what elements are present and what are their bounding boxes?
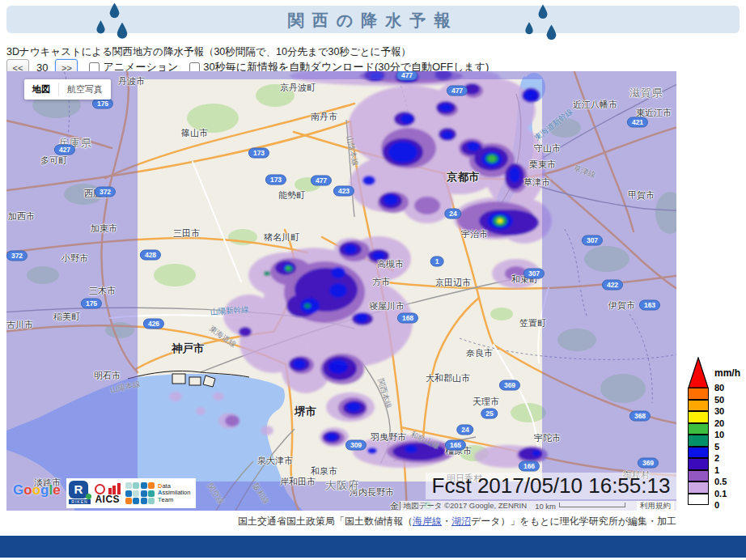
route-number: 369 [642, 459, 654, 467]
legend-tick: 5 [714, 442, 719, 454]
route-number: 163 [644, 301, 655, 309]
legend-swatch [688, 400, 709, 412]
route-number: 428 [145, 251, 156, 259]
map-label: 近江八幡市 [573, 99, 617, 111]
map-type-map-button[interactable]: 地図 [24, 83, 58, 95]
route-shield: 421 [627, 117, 648, 128]
legend-tick: 50 [714, 395, 724, 407]
terms-link[interactable]: 利用規約 [637, 501, 674, 511]
route-shield: 477 [396, 71, 418, 81]
map-label: 羽曳野市 [371, 431, 406, 443]
legend-swatch [688, 482, 709, 494]
map-label: 高槻市 [377, 258, 404, 270]
raindrops-icon-right [524, 3, 565, 45]
map-type-control: 地図 航空写真 [24, 79, 111, 100]
route-shield: 163 [639, 300, 660, 311]
legend-tick: 10 [714, 430, 724, 442]
legend-swatch [688, 411, 709, 423]
google-logo-letter: e [53, 482, 60, 498]
map-label: 京田辺市 [435, 277, 471, 289]
source-note: 国土交通省国土政策局「国土数値情報（海岸線・湖沼データ）」をもとに理化学研究所が… [238, 515, 676, 528]
map-label: 明石市 [94, 370, 121, 382]
dat-grid-cell [148, 490, 155, 497]
legend-swatch [688, 447, 709, 459]
legend-swatch [688, 494, 709, 506]
dat-grid-cell [141, 482, 147, 489]
legend-rows: 80 50 30 20 10 5 2 [688, 388, 746, 506]
legend-tick: 30 [714, 406, 724, 418]
legend-swatch [688, 435, 709, 447]
legend-tick: 20 [714, 418, 724, 431]
route-number: 368 [634, 412, 646, 420]
route-number: 309 [350, 441, 362, 449]
source-note-text: 国土交通省国土政策局「国土数値情報（ [238, 515, 413, 527]
route-number: 175 [97, 100, 108, 108]
riken-logo: R RIKEN [69, 481, 91, 506]
aics-marks [95, 483, 121, 494]
legend-tick: 80 [714, 383, 724, 395]
map-label: 方市 [372, 276, 390, 288]
coastline-link[interactable]: 海岸線 [413, 515, 442, 527]
page: 関西の降水予報 3Dナウキャストによる関西地方の降水予報（30秒間隔で、10分先… [0, 0, 746, 560]
scale-bar [559, 503, 625, 507]
route-shield: 307 [523, 269, 545, 279]
dat-grid-cell [133, 498, 139, 504]
route-number: 423 [338, 187, 350, 195]
map-label: 篠山市 [181, 127, 208, 139]
route-number: 173 [253, 149, 265, 157]
riken-dot [86, 494, 91, 499]
route-shield: 173 [248, 148, 269, 159]
route-number: 427 [59, 146, 70, 154]
dat-grid-cell [133, 490, 139, 497]
aics-label: AICS [95, 494, 121, 504]
map-label: 京丹波町 [280, 82, 316, 94]
route-shield: 368 [629, 411, 651, 422]
route-number: 426 [148, 320, 159, 328]
route-number: 307 [528, 269, 540, 278]
legend-swatch [688, 470, 709, 482]
route-number: 477 [451, 87, 463, 95]
route-shield: 24 [456, 425, 473, 435]
route-shield: 369 [638, 458, 659, 469]
route-shield: 307 [582, 235, 603, 246]
route-number: 173 [270, 176, 282, 184]
dat-grid-cell [125, 490, 132, 497]
route-shield: 372 [6, 251, 28, 261]
map-label: 加西市 [8, 210, 35, 223]
map-type-satellite-button[interactable]: 航空写真 [59, 83, 111, 95]
map-attribution: 地図データ ©2017 Google, ZENRIN 10 km 利用規約 [401, 501, 676, 511]
map-label: 大阪府 [325, 478, 359, 493]
route-number: 307 [587, 236, 598, 244]
lake-link[interactable]: 湖沼 [451, 515, 471, 527]
google-logo-letter: g [40, 482, 49, 498]
legend-tick: 0.5 [714, 477, 727, 489]
map-label: 天理市 [473, 396, 499, 408]
route-shield: 24 [444, 209, 461, 219]
route-shield: 175 [92, 99, 113, 109]
dat-grid-cell [141, 490, 147, 497]
route-number: 175 [86, 299, 97, 308]
route-number: 372 [100, 188, 111, 196]
raindrops-icon-left [94, 0, 134, 42]
map-label: 宇陀市 [534, 432, 561, 444]
aics-logo: AICS [95, 483, 121, 504]
legend-tick: 0.1 [714, 489, 727, 501]
forecast-timestamp: Fcst 2017/05/10 16:55:13 [426, 473, 676, 499]
map-label: 三木市 [89, 285, 116, 297]
dat-grid-cell [133, 482, 139, 489]
route-shield: 423 [333, 186, 354, 197]
map-canvas[interactable]: 丹波市京丹波町南丹市篠山市多可町西脇市加東市加西市小野市三木市稲美町古川市明石市… [6, 71, 676, 511]
dat-grid [125, 482, 155, 504]
route-shield: 166 [519, 461, 540, 472]
legend-tick: 2 [714, 453, 719, 465]
map-label: 寝屋川市 [369, 300, 405, 312]
map-label: 南丹市 [311, 111, 337, 123]
route-number: 421 [632, 118, 643, 126]
dat-text-line: Team [158, 497, 190, 504]
subtitle: 3Dナウキャストによる関西地方の降水予報（30秒間隔で、10分先まで30秒ごとに… [6, 45, 411, 59]
dat-text: DataAssimilationTeam [158, 483, 190, 504]
google-logo[interactable]: Google [13, 482, 61, 498]
map-label: 栗東市 [529, 159, 556, 171]
route-number: 168 [402, 314, 413, 322]
data-assimilation-team-logo: DataAssimilationTeam [125, 482, 191, 504]
